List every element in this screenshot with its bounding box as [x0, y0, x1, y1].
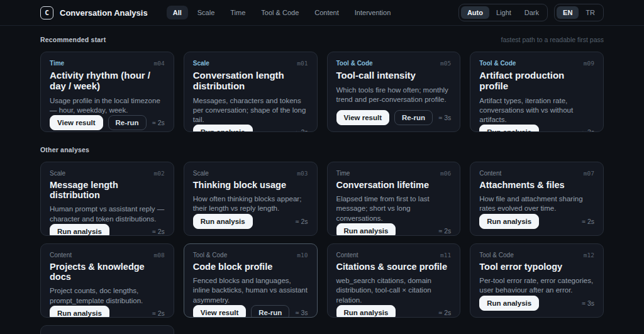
recommended-cards-grid: Time m04 Activity rhythm (hour / day / w…: [40, 52, 604, 132]
run-analysis-button[interactable]: Run analysis: [336, 305, 396, 318]
card-category: Tool & Code: [479, 60, 516, 67]
analysis-card: Scale m01 Conversation length distributi…: [184, 52, 318, 132]
run-analysis-button[interactable]: Run analysis: [50, 224, 109, 236]
lang-option-en[interactable]: EN: [557, 6, 579, 19]
theme-toggle: Auto Light Dark: [458, 4, 548, 21]
card-footer: Run analysis≈ 2s: [336, 223, 452, 236]
analysis-card: Tool & Code m09 Artifact production prof…: [470, 52, 604, 132]
card-description: How file and attachment sharing rates ev…: [479, 194, 594, 213]
card-title: Citations & source profile: [336, 262, 452, 272]
analysis-card: Time m04 Activity rhythm (hour / day / w…: [40, 52, 174, 132]
re-run-button[interactable]: Re-run: [394, 110, 433, 125]
lang-option-tr[interactable]: TR: [579, 6, 601, 19]
theme-option-light[interactable]: Light: [490, 6, 518, 19]
analysis-card: Content m11 Citations & source profile w…: [327, 243, 461, 318]
nav-item-scale[interactable]: Scale: [191, 6, 221, 19]
card-id: m06: [440, 170, 451, 177]
analysis-card-partial: [40, 325, 174, 334]
theme-option-dark[interactable]: Dark: [518, 6, 545, 19]
run-analysis-button[interactable]: Run analysis: [479, 125, 539, 132]
card-title: Message length distribution: [50, 180, 165, 200]
run-analysis-button[interactable]: Run analysis: [336, 223, 396, 236]
run-analysis-button[interactable]: Run analysis: [193, 125, 253, 132]
theme-option-auto[interactable]: Auto: [461, 6, 489, 19]
re-run-button[interactable]: Re-run: [251, 305, 289, 318]
nav-item-time[interactable]: Time: [224, 6, 252, 19]
card-description: web_search citations, domain distributio…: [336, 276, 452, 305]
card-category: Content: [479, 170, 501, 177]
analysis-card: Content m08 Projects & knowledge docs Pr…: [40, 243, 174, 318]
card-id: m02: [154, 170, 165, 177]
card-id: m07: [584, 170, 594, 177]
run-analysis-button[interactable]: Run analysis: [50, 306, 109, 318]
card-eta: ≈ 2s: [582, 218, 594, 225]
language-toggle: EN TR: [554, 4, 604, 21]
card-title: Attachments & files: [479, 180, 594, 190]
card-category: Content: [50, 252, 72, 259]
card-id: m11: [440, 252, 451, 259]
card-footer: Run analysis≈ 3s: [479, 125, 594, 132]
other-cards-grid: Scale m02 Message length distribution Hu…: [40, 162, 604, 334]
card-id: m05: [440, 60, 451, 67]
card-description: Project counts, doc lengths, prompt_temp…: [50, 286, 165, 305]
card-category: Time: [50, 60, 64, 67]
view-result-button[interactable]: View result: [336, 110, 390, 125]
card-title: Conversation lifetime: [336, 180, 452, 190]
card-id: m03: [297, 170, 308, 177]
run-analysis-button[interactable]: Run analysis: [479, 214, 539, 229]
card-title: Thinking block usage: [193, 180, 308, 190]
card-id: m10: [297, 252, 308, 259]
card-description: Per-tool error rate, error categories, u…: [479, 276, 594, 295]
card-description: Elapsed time from first to last message;…: [336, 194, 452, 223]
nav-item-all[interactable]: All: [167, 6, 188, 19]
analysis-card: Tool & Code m05 Tool-call intensity Whic…: [327, 52, 461, 132]
card-id: m01: [297, 60, 308, 67]
card-title: Tool-call intensity: [336, 70, 452, 81]
card-category: Tool & Code: [479, 252, 513, 259]
card-description: Fenced blocks and languages, inline back…: [193, 276, 308, 305]
run-analysis-button[interactable]: Run analysis: [193, 214, 253, 229]
card-eta: ≈ 3s: [438, 114, 451, 121]
card-id: m12: [584, 252, 594, 259]
other-section-head: Other analyses: [40, 146, 604, 153]
card-eta: ≈ 3s: [296, 309, 308, 316]
card-id: m09: [584, 60, 594, 67]
card-description: Human prompt vs assistant reply — charac…: [50, 204, 165, 223]
run-analysis-button[interactable]: Run analysis: [479, 296, 539, 311]
card-eta: ≈ 2s: [152, 119, 165, 126]
card-footer: Run analysis≈ 2s: [193, 125, 308, 132]
card-footer: View resultRe-run≈ 2s: [50, 115, 165, 130]
card-footer: Run analysis≈ 2s: [193, 214, 308, 229]
main-content: Recommended start fastest path to a read…: [0, 26, 644, 334]
card-category: Tool & Code: [336, 60, 373, 67]
section-label-other: Other analyses: [40, 146, 89, 153]
app-logo-icon: C: [40, 6, 53, 19]
card-footer: View resultRe-run≈ 3s: [336, 110, 452, 125]
nav-item-intervention[interactable]: Intervention: [348, 6, 397, 19]
analysis-card: Scale m02 Message length distribution Hu…: [40, 162, 174, 236]
section-hint-recommended: fastest path to a readable first pass: [501, 36, 604, 43]
card-title: Artifact production profile: [479, 70, 594, 92]
card-footer: Run analysis≈ 2s: [50, 306, 165, 318]
card-title: Projects & knowledge docs: [50, 262, 165, 282]
card-footer: Run analysis≈ 2s: [50, 224, 165, 236]
section-label-recommended: Recommended start: [40, 36, 106, 43]
analysis-card: Content m07 Attachments & files How file…: [470, 162, 604, 236]
re-run-button[interactable]: Re-run: [108, 115, 147, 130]
card-id: m04: [154, 60, 165, 67]
view-result-button[interactable]: View result: [50, 115, 103, 130]
card-category: Time: [336, 170, 350, 177]
card-description: Artifact types, iteration rate, conversa…: [479, 96, 594, 125]
app-header: C Conversation Analysis All Scale Time T…: [0, 0, 644, 26]
view-result-button[interactable]: View result: [193, 305, 247, 318]
card-eta: ≈ 3s: [582, 299, 594, 307]
card-description: How often thinking blocks appear; their …: [193, 194, 308, 213]
card-category: Scale: [50, 170, 65, 177]
nav-item-tool-code[interactable]: Tool & Code: [255, 6, 305, 19]
nav-item-content[interactable]: Content: [308, 6, 345, 19]
recommended-section-head: Recommended start fastest path to a read…: [40, 36, 604, 43]
card-description: Which tools fire how often; monthly tren…: [336, 86, 452, 104]
card-eta: ≈ 2s: [296, 128, 308, 132]
card-footer: Run analysis≈ 2s: [479, 214, 594, 229]
card-footer: View resultRe-run≈ 3s: [193, 305, 308, 318]
